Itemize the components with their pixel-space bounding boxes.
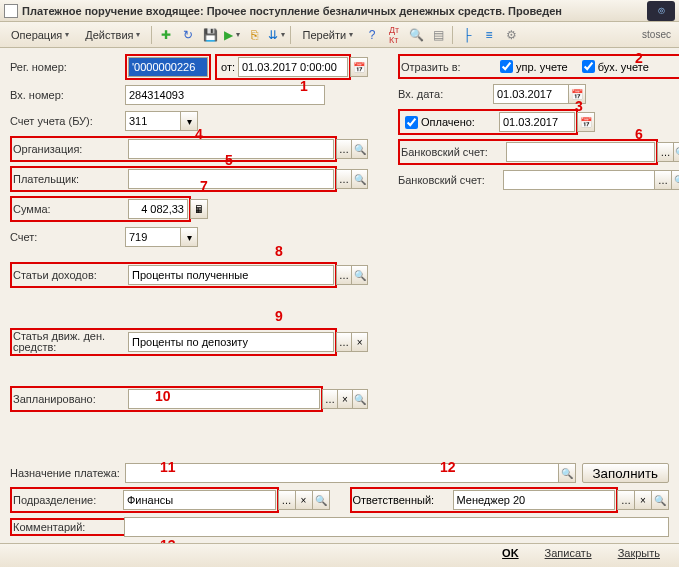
planned-clear-icon[interactable]: × bbox=[337, 389, 353, 409]
document-icon bbox=[4, 4, 18, 18]
app-logo: ◎ bbox=[647, 1, 675, 21]
operation-menu[interactable]: Операция bbox=[4, 25, 76, 45]
annotation-12: 12 bbox=[440, 459, 456, 475]
paid-cal-icon[interactable]: 📅 bbox=[577, 112, 595, 132]
copy-icon[interactable]: ⎘ bbox=[244, 25, 264, 45]
acct-label: Счет: bbox=[10, 231, 125, 243]
from-date-input[interactable] bbox=[238, 57, 348, 77]
search-icon[interactable]: 🔍 bbox=[406, 25, 426, 45]
annotation-7: 7 bbox=[200, 178, 208, 194]
sum-input[interactable] bbox=[128, 199, 188, 219]
form-area: Рег. номер: от: 📅 Вх. номер: Счет учета … bbox=[0, 48, 679, 422]
acct-dropdown-icon[interactable]: ▾ bbox=[180, 227, 198, 247]
help-icon[interactable]: ? bbox=[362, 25, 382, 45]
mgmt-checkbox[interactable] bbox=[500, 60, 513, 73]
footer-bar: OK Записать Закрыть bbox=[0, 543, 679, 567]
report-icon[interactable]: ▤ bbox=[428, 25, 448, 45]
ok-button[interactable]: OK bbox=[491, 546, 530, 566]
annotation-6: 6 bbox=[635, 126, 643, 142]
in-no-label: Вх. номер: bbox=[10, 89, 125, 101]
goto-menu[interactable]: Перейти bbox=[295, 25, 360, 45]
income-select-icon[interactable]: … bbox=[336, 265, 353, 285]
move-select-icon[interactable]: … bbox=[336, 332, 353, 352]
paid-checkbox[interactable] bbox=[405, 116, 418, 129]
bank-search-icon[interactable]: 🔍 bbox=[673, 142, 679, 162]
calendar-icon[interactable]: 📅 bbox=[350, 57, 368, 77]
resp-clear-icon[interactable]: × bbox=[634, 490, 652, 510]
payer-input[interactable] bbox=[128, 169, 334, 189]
new-icon[interactable]: ✚ bbox=[156, 25, 176, 45]
move-input[interactable] bbox=[128, 332, 334, 352]
annotation-2: 2 bbox=[635, 50, 643, 66]
purpose-search-icon[interactable]: 🔍 bbox=[558, 463, 576, 483]
tree-icon[interactable]: ├ bbox=[457, 25, 477, 45]
close-button[interactable]: Закрыть bbox=[607, 546, 671, 566]
account-input[interactable] bbox=[125, 111, 181, 131]
in-date-input[interactable] bbox=[493, 84, 569, 104]
payer-search-icon[interactable]: 🔍 bbox=[351, 169, 368, 189]
payer-select-icon[interactable]: … bbox=[336, 169, 353, 189]
account-label: Счет учета (БУ): bbox=[10, 115, 125, 127]
calc-icon[interactable]: 🖩 bbox=[190, 199, 208, 219]
planned-select-icon[interactable]: … bbox=[322, 389, 338, 409]
dept-search-icon[interactable]: 🔍 bbox=[312, 490, 330, 510]
planned-search-icon[interactable]: 🔍 bbox=[352, 389, 368, 409]
brand-text: stosec bbox=[642, 29, 675, 40]
payer-label: Плательщик: bbox=[13, 173, 128, 185]
resp-select-icon[interactable]: … bbox=[617, 490, 635, 510]
comment-input[interactable] bbox=[124, 517, 669, 537]
bank-acct-label: Банковский счет: bbox=[401, 146, 506, 158]
dept-select-icon[interactable]: … bbox=[278, 490, 296, 510]
annotation-10: 10 bbox=[155, 388, 171, 404]
move-clear-icon[interactable]: × bbox=[351, 332, 368, 352]
income-search-icon[interactable]: 🔍 bbox=[351, 265, 368, 285]
bank-select-icon[interactable]: … bbox=[657, 142, 673, 162]
toolbar: Операция Действия ✚ ↻ 💾 ▶ ⎘ ⇊ Перейти ? … bbox=[0, 22, 679, 48]
org-select-icon[interactable]: … bbox=[336, 139, 353, 159]
paid-date-input[interactable] bbox=[499, 112, 575, 132]
purpose-label: Назначение платежа: bbox=[10, 468, 125, 479]
resp-search-icon[interactable]: 🔍 bbox=[651, 490, 669, 510]
annotation-4: 4 bbox=[195, 126, 203, 142]
reg-no-label: Рег. номер: bbox=[10, 61, 125, 73]
window-title: Платежное поручение входящее: Прочее пос… bbox=[22, 5, 647, 17]
resp-input[interactable] bbox=[453, 490, 616, 510]
save-icon[interactable]: 💾 bbox=[200, 25, 220, 45]
post-icon[interactable]: ▶ bbox=[222, 25, 242, 45]
purpose-input[interactable] bbox=[125, 463, 559, 483]
comment-label: Комментарий: bbox=[13, 521, 121, 533]
annotation-9: 9 bbox=[275, 308, 283, 324]
reg-no-input[interactable] bbox=[128, 57, 208, 77]
in-date-label: Вх. дата: bbox=[398, 88, 493, 100]
config-icon[interactable]: ⚙ bbox=[501, 25, 521, 45]
resp-label: Ответственный: bbox=[353, 494, 453, 506]
right-column: Отразить в: упр. учете бух. учете Вх. да… bbox=[398, 54, 679, 416]
acct-checkbox[interactable] bbox=[582, 60, 595, 73]
move-label: Статья движ. ден. средств: bbox=[13, 331, 128, 353]
reflect-label: Отразить в: bbox=[401, 61, 496, 73]
mgmt-label: упр. учете bbox=[516, 61, 568, 73]
actions-menu[interactable]: Действия bbox=[78, 25, 147, 45]
annotation-3: 3 bbox=[575, 98, 583, 114]
dept-clear-icon[interactable]: × bbox=[295, 490, 313, 510]
list-icon[interactable]: ≡ bbox=[479, 25, 499, 45]
bank-acct2-input[interactable] bbox=[503, 170, 655, 190]
in-no-input[interactable] bbox=[125, 85, 325, 105]
acct-input[interactable] bbox=[125, 227, 181, 247]
bank2-select-icon[interactable]: … bbox=[654, 170, 672, 190]
income-label: Статьи доходов: bbox=[13, 269, 128, 281]
save-button[interactable]: Записать bbox=[534, 546, 603, 566]
income-input[interactable] bbox=[128, 265, 334, 285]
dept-input[interactable] bbox=[123, 490, 276, 510]
fill-button[interactable]: Заполнить bbox=[582, 463, 669, 483]
org-search-icon[interactable]: 🔍 bbox=[351, 139, 368, 159]
left-column: Рег. номер: от: 📅 Вх. номер: Счет учета … bbox=[10, 54, 368, 416]
bank-acct-input[interactable] bbox=[506, 142, 655, 162]
dtkt-icon[interactable]: ДтКт bbox=[384, 25, 404, 45]
basis-icon[interactable]: ⇊ bbox=[266, 25, 286, 45]
annotation-5: 5 bbox=[225, 152, 233, 168]
bank2-search-icon[interactable]: 🔍 bbox=[671, 170, 679, 190]
from-label: от: bbox=[218, 61, 238, 73]
bank-acct2-label: Банковский счет: bbox=[398, 174, 503, 186]
refresh-icon[interactable]: ↻ bbox=[178, 25, 198, 45]
